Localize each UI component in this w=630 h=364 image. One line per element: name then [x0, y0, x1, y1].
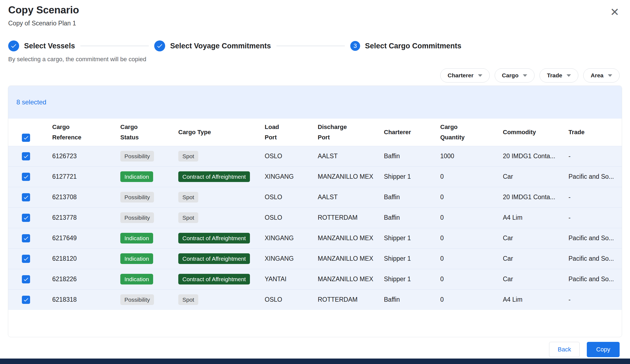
close-icon: ✕ [610, 6, 619, 18]
filter-charterer-dropdown[interactable]: Charterer [440, 68, 490, 83]
row-checkbox[interactable] [22, 214, 30, 222]
cell-load-port: OSLO [265, 187, 318, 207]
step-select-voyage-commitments[interactable]: Select Voyage Commitments [154, 40, 271, 51]
cell-trade: Pacific and So... [568, 166, 622, 187]
chevron-down-icon [478, 74, 482, 77]
cell-trade: - [568, 207, 622, 228]
row-checkbox[interactable] [22, 296, 30, 304]
column-header-trade: Trade [568, 119, 622, 146]
cell-commodity: A4 Lim [503, 289, 568, 310]
step-select-vessels[interactable]: Select Vessels [8, 40, 75, 51]
column-header-discharge-port: Discharge Port [318, 119, 384, 146]
cargo-status-badge: Possibility [120, 294, 154, 305]
cell-cargo-quantity: 0 [440, 207, 503, 228]
row-checkbox[interactable] [22, 234, 30, 242]
cell-charterer: Baffin [384, 207, 440, 228]
column-header-cargo-quantity: Cargo Quantity [440, 119, 503, 146]
cargo-commitments-table: Cargo Reference Cargo Status Cargo Type … [8, 119, 622, 310]
cell-cargo-reference: 6126723 [52, 146, 120, 166]
filter-area-dropdown[interactable]: Area [583, 68, 620, 83]
cell-trade: Pacific and So... [568, 248, 622, 269]
cell-discharge-port: MANZANILLO MEX [318, 228, 384, 248]
select-all-checkbox[interactable] [22, 134, 30, 142]
cell-charterer: Shipper 1 [384, 166, 440, 187]
step-complete-check-icon [154, 40, 165, 51]
chevron-down-icon [523, 74, 527, 77]
cell-discharge-port: MANZANILLO MEX [318, 269, 384, 289]
cargo-type-badge: Contract of Affreightment [178, 274, 250, 284]
cargo-status-badge: Possibility [120, 151, 154, 162]
filter-label: Area [591, 72, 603, 79]
table-row: 6217649IndicationContract of Affreightme… [8, 228, 622, 248]
table-row: 6218226IndicationContract of Affreightme… [8, 269, 622, 289]
stepper: Select Vessels Select Voyage Commitments… [8, 40, 461, 51]
chevron-down-icon [567, 74, 571, 77]
table-row: 6127721IndicationContract of Affreightme… [8, 166, 622, 187]
step-connector-line [80, 46, 149, 46]
cargo-status-badge: Possibility [120, 212, 154, 223]
table-row: 6218120IndicationContract of Affreightme… [8, 248, 622, 269]
cell-discharge-port: AALST [318, 146, 384, 166]
cell-commodity: Car [503, 228, 568, 248]
cell-cargo-reference: 6217649 [52, 228, 120, 248]
cell-cargo-reference: 6218120 [52, 248, 120, 269]
row-checkbox[interactable] [22, 193, 30, 201]
column-header-commodity: Commodity [503, 119, 568, 146]
cell-cargo-reference: 6218226 [52, 269, 120, 289]
column-header-cargo-reference: Cargo Reference [52, 119, 120, 146]
filter-trade-dropdown[interactable]: Trade [539, 68, 578, 83]
cargo-type-badge: Contract of Affreightment [178, 171, 250, 182]
filter-cargo-dropdown[interactable]: Cargo [495, 68, 535, 83]
cell-cargo-quantity: 0 [440, 269, 503, 289]
cargo-status-badge: Indication [120, 233, 153, 243]
cell-trade: - [568, 146, 622, 166]
cell-cargo-quantity: 1000 [440, 146, 503, 166]
cell-cargo-reference: 6213708 [52, 187, 120, 207]
cell-discharge-port: ROTTERDAM [318, 289, 384, 310]
step-connector-line [276, 46, 345, 46]
cell-charterer: Shipper 1 [384, 248, 440, 269]
copy-button[interactable]: Copy [587, 342, 620, 357]
cargo-type-badge: Contract of Affreightment [178, 253, 250, 264]
close-button[interactable]: ✕ [608, 5, 622, 19]
cell-charterer: Shipper 1 [384, 269, 440, 289]
cell-charterer: Baffin [384, 187, 440, 207]
cell-trade: - [568, 187, 622, 207]
step-label: Select Cargo Commitments [365, 42, 462, 50]
cell-cargo-quantity: 0 [440, 289, 503, 310]
cell-charterer: Baffin [384, 289, 440, 310]
copy-scenario-dialog: Copy Scenario Copy of Scenario Plan 1 ✕ … [0, 0, 630, 364]
step-label: Select Voyage Commitments [170, 42, 271, 50]
column-header-cargo-type: Cargo Type [178, 119, 265, 146]
cargo-type-badge: Spot [178, 212, 198, 223]
row-checkbox[interactable] [22, 152, 30, 160]
cargo-commitments-table-card: 8 selected Cargo Reference Cargo Status … [8, 86, 622, 337]
cell-cargo-quantity: 0 [440, 187, 503, 207]
row-checkbox[interactable] [22, 255, 30, 263]
cell-commodity: Car [503, 166, 568, 187]
cell-cargo-reference: 6218318 [52, 289, 120, 310]
cargo-status-badge: Indication [120, 253, 153, 264]
cell-load-port: OSLO [265, 289, 318, 310]
cell-commodity: 20 IMDG1 Conta... [503, 187, 568, 207]
row-checkbox[interactable] [22, 275, 30, 283]
cargo-status-badge: Possibility [120, 192, 154, 202]
filter-bar: Charterer Cargo Trade Area [440, 68, 620, 83]
cell-cargo-quantity: 0 [440, 166, 503, 187]
chevron-down-icon [608, 74, 612, 77]
selected-count-text: 8 selected [16, 98, 46, 106]
cell-trade: Pacific and So... [568, 228, 622, 248]
table-header-row: Cargo Reference Cargo Status Cargo Type … [8, 119, 622, 146]
step-label: Select Vessels [24, 42, 75, 50]
step-select-cargo-commitments[interactable]: 3 Select Cargo Commitments [350, 41, 462, 51]
table-row: 6218318PossibilitySpotOSLOROTTERDAMBaffi… [8, 289, 622, 310]
back-button[interactable]: Back [549, 342, 580, 357]
cell-commodity: 20 IMDG1 Conta... [503, 146, 568, 166]
filter-label: Charterer [448, 72, 474, 79]
cell-discharge-port: MANZANILLO MEX [318, 166, 384, 187]
cell-discharge-port: AALST [318, 187, 384, 207]
cargo-type-badge: Contract of Affreightment [178, 233, 250, 243]
cell-commodity: Car [503, 248, 568, 269]
row-checkbox[interactable] [22, 173, 30, 181]
cell-load-port: XINGANG [265, 248, 318, 269]
